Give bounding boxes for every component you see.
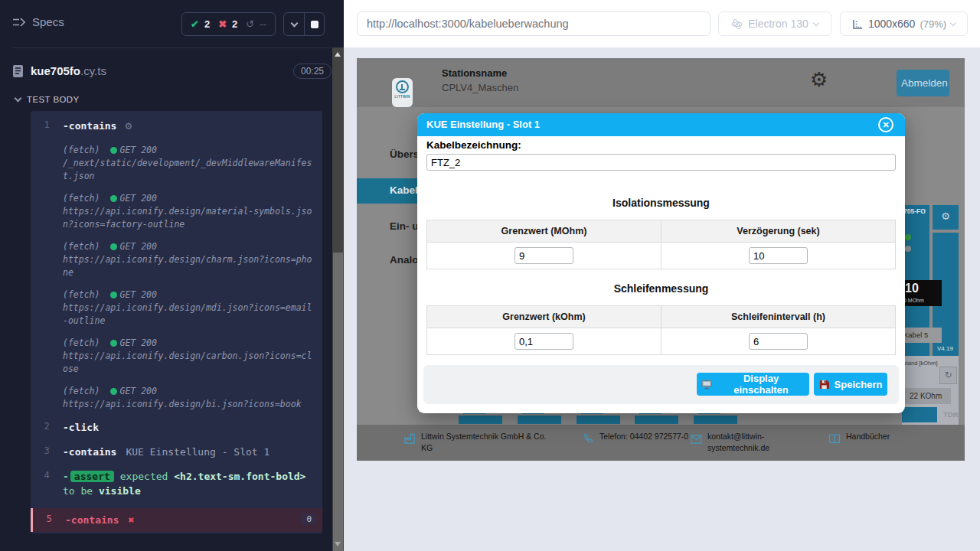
test-body-toggle[interactable]: TEST BODY xyxy=(15,95,80,104)
ruler-icon xyxy=(852,18,864,30)
display-on-button[interactable]: Display einschalten xyxy=(697,373,809,396)
fetch-log-entry[interactable]: (fetch)GET 200https://api.iconify.design… xyxy=(31,192,322,231)
status-dot-icon xyxy=(110,388,117,395)
value-input[interactable] xyxy=(514,333,573,350)
failed-count: 2 xyxy=(232,18,237,30)
url-input[interactable] xyxy=(357,11,710,36)
status-dot-icon xyxy=(110,243,117,250)
station-name-value: CPLV4_Maschen xyxy=(442,82,518,93)
firmware-version: V4.19 xyxy=(937,345,953,352)
value-input[interactable] xyxy=(749,247,808,264)
browser-select[interactable]: Electron 130 xyxy=(718,11,831,36)
slot-button-partial xyxy=(518,416,561,424)
display-on-label: Display einschalten xyxy=(717,373,805,396)
value-input[interactable] xyxy=(514,247,573,264)
specs-list-icon xyxy=(12,17,25,28)
spec-extension: .cy.ts xyxy=(80,64,106,77)
phone-icon xyxy=(583,433,594,447)
display-icon xyxy=(701,380,712,390)
command-number: 4 xyxy=(31,469,63,498)
settings-gear-icon[interactable]: ⚙ xyxy=(810,68,828,91)
section-title: Schleifenmessung xyxy=(417,282,905,295)
footer-item: Telefon: 04402 972577-0 xyxy=(583,431,696,447)
spec-file-row[interactable]: kue705fo.cy.ts 00:25 xyxy=(12,57,332,86)
command-number: 2 xyxy=(31,420,63,435)
command-row-contains[interactable]: 3-containsKUE Einstellung - Slot 1 xyxy=(31,445,322,459)
littwin-logo: LITTWIN xyxy=(392,78,413,107)
footer-item: Littwin Systemtechnik GmbH & Co. KG xyxy=(404,431,556,454)
reporter-header: Specs ✔ 2 ✖ 2 ↺ -- xyxy=(0,0,344,47)
status-dot-icon xyxy=(110,340,117,347)
status-dot-green xyxy=(905,234,911,240)
refresh-icon[interactable]: ↻ xyxy=(939,367,957,384)
footer-item-text: Telefon: 04402 972577-0 xyxy=(599,431,696,447)
collapse-runs-button[interactable] xyxy=(284,13,304,35)
tdr-button[interactable]: TDR xyxy=(943,410,959,419)
close-icon[interactable]: ✕ xyxy=(878,117,893,132)
test-body-label: TEST BODY xyxy=(27,95,80,104)
fail-x-icon: ✖ xyxy=(128,514,134,526)
table-header-cell: Verzögerung (sek) xyxy=(662,220,896,243)
measurement-unit: 0 MOhm xyxy=(903,298,924,303)
slot-button-partial xyxy=(577,416,620,424)
modal-title: KUE Einstellung - Slot 1 xyxy=(426,113,540,136)
save-button[interactable]: Speichern xyxy=(814,373,887,396)
floppy-save-icon xyxy=(819,380,829,390)
stop-run-button[interactable] xyxy=(304,13,324,35)
value-input[interactable] xyxy=(749,333,808,350)
app-header: LITTWIN Stationsname CPLV4_Maschen ⚙ Abm… xyxy=(357,58,965,107)
footer-item: kontakt@littwin-systemtechnik.de xyxy=(691,431,799,454)
command-row-click[interactable]: 2-click xyxy=(31,420,322,435)
fetch-log-entry[interactable]: (fetch)GET 200https://api.iconify.design… xyxy=(31,289,322,328)
slot-button-partial xyxy=(635,416,678,424)
station-name-label: Stationsname xyxy=(442,67,507,79)
passed-count: 2 xyxy=(204,18,210,30)
fail-count-badge: 0 xyxy=(302,514,316,525)
scroll-up-arrow-icon[interactable] xyxy=(335,52,341,57)
book-icon xyxy=(828,433,841,447)
measure-button-partial[interactable] xyxy=(902,407,937,422)
email-icon xyxy=(691,433,702,454)
slot-gear-icon[interactable]: ⚙ xyxy=(933,205,959,230)
logout-button[interactable]: Abmelden xyxy=(897,70,949,96)
header-divider xyxy=(12,47,332,48)
specs-menu-button[interactable]: Specs xyxy=(12,15,64,28)
scroll-down-arrow-icon[interactable] xyxy=(335,542,341,546)
status-dot-icon xyxy=(110,147,117,154)
footer-item-text: Littwin Systemtechnik GmbH & Co. KG xyxy=(421,431,556,454)
command-row-contains[interactable]: 1-contains⚙ xyxy=(31,119,322,134)
slot-card-partial: ⚙ 705-FO 10 0 MOhm Kabel 5 V4.19 xyxy=(902,205,959,356)
fetch-log-entry[interactable]: (fetch)GET 200https://api.iconify.design… xyxy=(31,240,322,279)
scrollbar-thumb[interactable] xyxy=(333,253,343,551)
status-dot-icon xyxy=(110,292,117,298)
table-value-cell xyxy=(427,328,662,355)
assert-badge: assert xyxy=(70,471,114,482)
table-value-cell xyxy=(427,243,662,269)
measurement-table: Grenzwert (kOhm)Schleifenintervall (h) xyxy=(426,305,896,355)
passed-icon: ✔ xyxy=(191,18,199,30)
status-dot-icon xyxy=(110,195,117,202)
run-controls xyxy=(283,12,325,36)
fetch-log-entry[interactable]: (fetch)GET 200https://api.iconify.design… xyxy=(31,385,322,411)
pending-count: -- xyxy=(260,18,266,30)
cable-designation-input[interactable] xyxy=(426,154,896,171)
footer-item-text: kontakt@littwin-systemtechnik.de xyxy=(707,431,799,454)
slot-card-title: 705-FO xyxy=(903,207,926,215)
command-row-contains[interactable]: 05-contains✖ xyxy=(31,508,322,532)
littwin-logo-icon xyxy=(396,80,409,93)
spec-file-icon xyxy=(12,64,24,78)
table-value-cell xyxy=(662,243,896,269)
test-stats: ✔ 2 ✖ 2 ↺ -- xyxy=(181,12,276,36)
app-footer: Littwin Systemtechnik GmbH & Co. KGTelef… xyxy=(357,425,965,461)
table-header-cell: Grenzwert (MOhm) xyxy=(427,220,662,243)
viewport-select[interactable]: 1000x660 (79%) xyxy=(840,11,968,36)
reporter-scrollbar[interactable] xyxy=(332,47,344,551)
footer-item[interactable]: Handbücher xyxy=(828,431,930,447)
fetch-log-entry[interactable]: (fetch)GET 200https://api.iconify.design… xyxy=(31,337,322,376)
resistance-reading: 22 KOhm xyxy=(903,388,951,404)
fetch-log-entry[interactable]: (fetch)GET 200/_next/static/development/… xyxy=(31,144,322,183)
command-row-assert[interactable]: 4-assertexpected <h2.text-sm.font-bold> … xyxy=(31,469,322,498)
chevron-down-icon xyxy=(950,19,956,25)
command-options-gear-icon[interactable]: ⚙ xyxy=(124,121,132,132)
modal-header: KUE Einstellung - Slot 1 ✕ xyxy=(417,113,905,136)
